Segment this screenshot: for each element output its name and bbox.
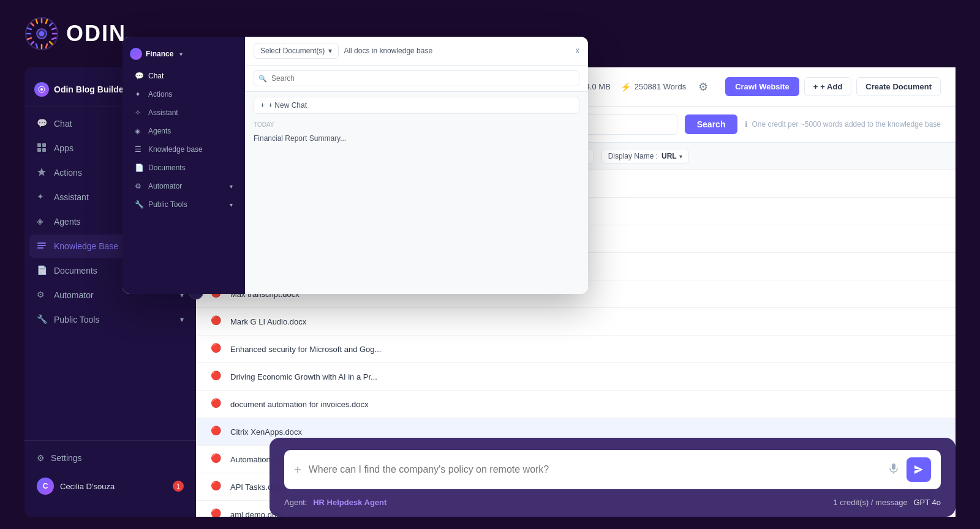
svg-rect-23 [37,148,41,152]
nav-label-docs: Documents [54,266,97,276]
create-document-button[interactable]: Create Document [856,77,941,96]
chat-input-row: + Where can I find the company's policy … [284,450,941,489]
svg-rect-26 [37,245,46,246]
new-chat-button[interactable]: + + New Chat [254,97,579,114]
chat-history-item[interactable]: Financial Report Summary... [245,130,588,146]
table-row[interactable]: 🔴 Mark G LI Audio.docx [196,308,956,336]
settings-label: Settings [51,453,82,463]
doc-icon: 🔴 [211,370,223,383]
svg-rect-24 [42,148,46,152]
svg-rect-21 [37,143,41,147]
chat-nav-item-kb[interactable]: ☰ Knowledge base [126,141,241,158]
doc-icon: 🔴 [211,315,223,328]
doc-name: Mark G LI Audio.docx [230,317,941,326]
chat-model-name: GPT 4o [913,498,941,507]
chat-nav-item-agents[interactable]: ◈ Agents [126,122,241,140]
documents-icon: 📄 [37,265,48,276]
new-chat-plus-icon: + [260,101,265,110]
chat-nav-automator-icon: ⚙ [135,182,143,190]
chat-nav-item-actions[interactable]: ✦ Actions [126,86,241,103]
chat-nav-kb-label: Knowledge base [148,145,203,154]
new-chat-label: + New Chat [268,101,307,110]
chat-attach-button[interactable]: + [294,463,301,477]
app-name: ODIN [66,21,126,47]
chat-overlay-window: Finance ▾ 💬 Chat ✦ Actions ✧ Assistant ◈… [123,37,588,294]
kb-settings-button[interactable]: ⚙ [696,78,710,96]
nav-label-apps: Apps [54,143,74,153]
brand-dot [34,82,49,97]
chat-brand-chevron: ▾ [179,51,183,58]
chat-doc-select-chevron: ▾ [328,47,332,55]
chat-toolbar: Select Document(s) ▾ All docs in knowled… [245,37,588,66]
chat-nav-item-automator[interactable]: ⚙ Automator ▾ [126,178,241,195]
automator-expand-icon: ▾ [230,183,233,190]
filter-display-name[interactable]: Display Name : URL ▾ [601,149,689,163]
public-tools-expand-icon: ▾ [180,315,184,324]
user-item: C Cecilia D'souza 1 [34,473,186,500]
chat-nav-kb-icon: ☰ [135,145,143,154]
chat-nav-item-assistant[interactable]: ✧ Assistant [126,104,241,121]
svg-line-5 [31,23,34,26]
chat-nav-item-docs[interactable]: 📄 Documents [126,159,241,176]
chat-input-card: + Where can I find the company's policy … [270,438,956,517]
chat-main-area: Select Document(s) ▾ All docs in knowled… [245,37,588,294]
svg-line-10 [46,44,47,48]
chat-brand-dot [130,48,142,60]
doc-icon: 🔴 [211,508,223,517]
svg-line-7 [50,23,52,26]
sidebar-brand[interactable]: Odin Blog Builder [34,82,127,97]
chat-close-button[interactable]: ☓ [575,46,579,56]
settings-item[interactable]: ⚙ Settings [34,448,186,468]
chat-footer-row: Agent: HR Helpdesk Agent 1 credit(s) / m… [284,498,941,507]
chat-brand-row[interactable]: Finance ▾ [130,48,183,60]
chat-nav-item-public-tools[interactable]: 🔧 Public Tools ▾ [126,196,241,213]
agents-icon: ◈ [37,216,48,227]
chat-nav-actions-label: Actions [148,90,172,99]
chat-send-button[interactable] [907,457,931,482]
public-tools-expand-icon: ▾ [230,201,233,208]
add-icon: + [813,82,818,91]
svg-line-8 [31,42,34,44]
kb-search-button[interactable]: Search [685,114,738,134]
chat-history-text: Financial Report Summary... [254,134,346,143]
table-row[interactable]: 🔴 Enhanced security for Microsoft and Go… [196,336,956,363]
table-row[interactable]: 🔴 Driving Economic Growth with AI in a P… [196,363,956,391]
chat-nav-agents-icon: ◈ [135,127,143,135]
chat-date-label: Today [245,119,588,130]
chat-nav-actions-icon: ✦ [135,90,143,99]
bottom-chat-container: + Where can I find the company's policy … [270,438,956,517]
chat-search-input[interactable] [254,70,579,86]
filter-display-name-chevron: ▾ [679,153,682,160]
chat-mic-button[interactable] [888,463,899,477]
chat-nav-chat-label: Chat [148,72,164,80]
chat-doc-select[interactable]: Select Document(s) ▾ [254,43,339,59]
sidebar-item-public-tools[interactable]: 🔧 Public Tools ▾ [29,308,191,331]
nav-label-automator: Automator [54,290,94,300]
doc-icon: 🔴 [211,398,223,410]
chat-icon: 💬 [37,118,48,129]
svg-line-13 [46,20,47,23]
add-button[interactable]: + + Add [804,77,852,96]
doc-icon: 🔴 [211,453,223,465]
svg-rect-25 [37,242,46,244]
hint-text: One credit per ~5000 words added to the … [752,120,941,129]
nav-label-public-tools: Public Tools [54,315,99,325]
nav-label-kb: Knowledge Base [54,241,118,251]
chat-nav-item-chat[interactable]: 💬 Chat [126,67,241,84]
public-tools-icon: 🔧 [37,314,48,325]
table-row[interactable]: 🔴 document automation for invoices.docx [196,391,956,418]
kb-icon [37,241,48,252]
nav-label-chat: Chat [54,119,72,129]
filter-display-name-value: URL [662,152,677,160]
svg-rect-22 [42,143,46,147]
notification-badge[interactable]: 1 [173,481,184,492]
settings-icon: ⚙ [37,453,45,463]
user-name: Cecilia D'souza [60,482,167,491]
chat-text-input[interactable]: Where can I find the company's policy on… [309,464,881,475]
chat-agent-name[interactable]: HR Helpdesk Agent [313,498,386,507]
chat-overlay-sidebar: Finance ▾ 💬 Chat ✦ Actions ✧ Assistant ◈… [123,37,245,294]
doc-icon: 🔴 [211,343,223,355]
user-avatar: C [37,478,54,495]
doc-name: Citrix XenApps.docx [230,427,941,437]
crawl-website-button[interactable]: Crawl Website [725,77,799,96]
